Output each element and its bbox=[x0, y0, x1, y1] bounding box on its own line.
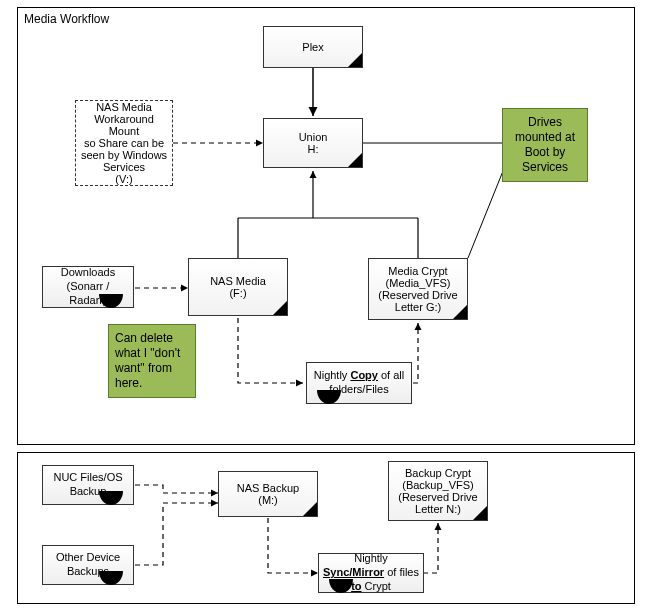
fold-icon bbox=[348, 53, 362, 67]
union-drive-label: H: bbox=[308, 143, 319, 155]
node-backup-crypt: Backup Crypt (Backup_VFS) (Reserved Driv… bbox=[388, 461, 488, 521]
workflow-panel-bottom: NUC Files/OS Backup Other Device Backups… bbox=[17, 452, 635, 604]
node-other-backups: Other Device Backups bbox=[42, 545, 134, 585]
plex-label: Plex bbox=[302, 41, 323, 53]
callout-can-delete: Can delete what I "don't want" from here… bbox=[108, 324, 196, 398]
node-nuc-backup: NUC Files/OS Backup bbox=[42, 465, 134, 505]
panel-title: Media Workflow bbox=[24, 12, 109, 26]
node-plex: Plex bbox=[263, 26, 363, 68]
page-curl-icon bbox=[317, 390, 341, 404]
nas-media-label: NAS Media bbox=[210, 275, 266, 287]
callout-drives-mounted: Drives mounted at Boot by Services bbox=[502, 108, 588, 182]
union-label: Union bbox=[299, 131, 328, 143]
node-nas-media: NAS Media (F:) bbox=[188, 258, 288, 316]
node-union: Union H: bbox=[263, 118, 363, 168]
node-nightly-copy: Nightly Copy of all folders/Files bbox=[306, 362, 412, 404]
node-media-crypt: Media Crypt (Media_VFS) (Reserved Drive … bbox=[368, 258, 468, 320]
fold-icon bbox=[453, 305, 467, 319]
fold-icon bbox=[473, 506, 487, 520]
node-nightly-sync: Nightly Sync/Mirror of files to Crypt bbox=[318, 553, 424, 593]
fold-icon bbox=[273, 301, 287, 315]
fold-icon bbox=[303, 502, 317, 516]
nas-media-drive: (F:) bbox=[229, 287, 246, 299]
fold-icon bbox=[348, 153, 362, 167]
page-curl-icon bbox=[99, 571, 123, 585]
page-curl-icon bbox=[99, 491, 123, 505]
node-downloads: Downloads (Sonarr / Radarr) bbox=[42, 266, 134, 308]
nas-mount-text: NAS Media Workaround Mount so Share can … bbox=[80, 101, 168, 185]
workflow-panel-top: Media Workflow Plex NAS Medi bbox=[17, 7, 635, 445]
node-nas-backup: NAS Backup (M:) bbox=[218, 471, 318, 517]
node-nas-mount: NAS Media Workaround Mount so Share can … bbox=[75, 100, 173, 186]
svg-line-8 bbox=[468, 171, 503, 258]
